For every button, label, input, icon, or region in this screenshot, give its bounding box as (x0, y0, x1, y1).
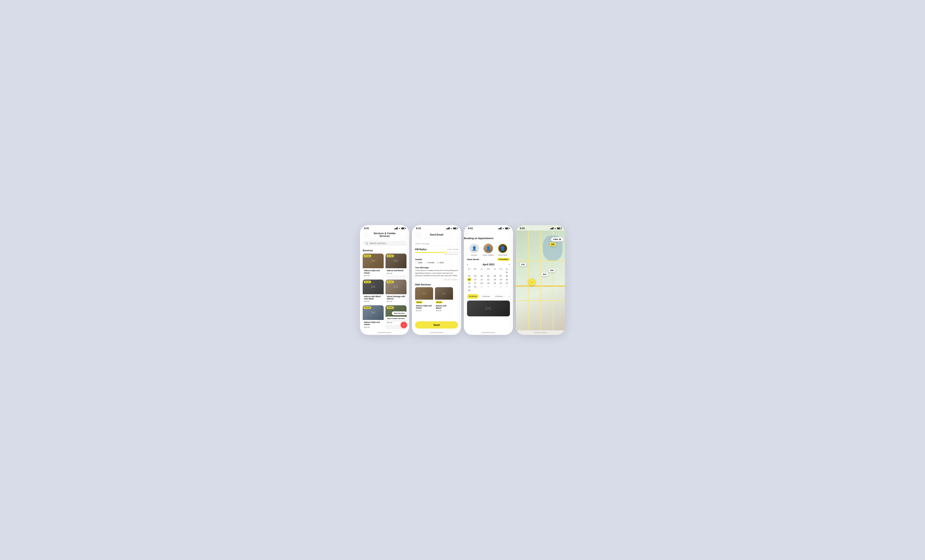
cal-prev-button[interactable]: ‹ (467, 263, 468, 266)
cal-cell-01[interactable]: 01 (504, 271, 510, 274)
cal-cell-02[interactable]: 02 (467, 274, 472, 278)
chevron-down-icon: › (457, 242, 458, 245)
select-message-label: Select message (415, 242, 429, 245)
back-button-3[interactable]: ← (464, 230, 469, 236)
service-card-2[interactable]: ✂ 30 min Haircut with Black Face Mask $1… (363, 280, 384, 304)
select-message-row[interactable]: Select message › (415, 241, 458, 246)
cal-next-button[interactable]: › (509, 263, 510, 266)
cal-cell-27[interactable]: 27 (492, 285, 498, 289)
back-button-1[interactable]: ← (363, 232, 369, 237)
wifi-icon-3: ▲ (502, 227, 504, 229)
time-slot-0[interactable]: 10:30 am (467, 294, 479, 299)
cal-cell-12[interactable]: 12 (485, 278, 492, 282)
cal-cell-28[interactable]: 28 (498, 285, 503, 289)
search-bar-1[interactable]: 🔍 (363, 241, 407, 246)
cal-cell-09[interactable]: 09 (467, 278, 472, 282)
new-service-label[interactable]: New Service (392, 312, 407, 315)
barber-avatar-kristin: 👤 (484, 244, 493, 253)
cal-cell[interactable] (472, 271, 479, 274)
time-slot-3[interactable]: 10:3... (506, 294, 510, 299)
service-card-3[interactable]: ✂ 30 min Ghost Package with Haircut $13.… (386, 280, 407, 304)
status-bar-4: 9:41 ▲ (516, 225, 565, 230)
new-combo-label[interactable]: New Combo Service (385, 316, 407, 321)
barber-avatar-anyone: 👤 (470, 244, 479, 253)
cal-grid: SU MO TU WE TH FR SA (467, 268, 510, 292)
cal-cell-23[interactable]: 23 (467, 285, 472, 289)
cal-cell-30[interactable]: 30 (467, 289, 472, 292)
cal-cell-22[interactable]: 22 (504, 282, 510, 285)
service-duration-1: 30 min (387, 255, 394, 257)
price-pin-15[interactable]: $15 (520, 263, 526, 266)
gender-both[interactable]: Both (437, 262, 444, 264)
add-service-0[interactable]: ✂ 30 min Haircut Style and Finish $13.00 (415, 287, 433, 312)
filter-button[interactable]: Filter ⊞ (551, 237, 563, 241)
service-name-4: Haircut Style and Finish (364, 321, 382, 326)
cal-cell-10[interactable]: 10 (472, 278, 479, 282)
service-card-4[interactable]: ✂ 30 min Haircut Style and Finish $13.00 (363, 305, 384, 329)
cal-cell-13[interactable]: 13 (492, 278, 498, 282)
gender-male[interactable]: Male (415, 262, 423, 264)
cal-cell-04[interactable]: 04 (479, 274, 485, 278)
fab-close-button[interactable]: × (401, 322, 407, 328)
add-service-duration-1: 30 min (435, 301, 443, 304)
cal-cell-25[interactable]: 25 (479, 285, 485, 289)
cal-cell-05[interactable]: 05 (485, 274, 492, 278)
cal-cell-15[interactable]: 15 (504, 278, 510, 282)
barber-item-cody[interactable]: 👤 Cody Fisher (498, 244, 508, 256)
service-price-0: $13.00 (364, 275, 382, 277)
cal-cell[interactable] (492, 271, 498, 274)
cal-week-1: 02 03 04 05 06 07 08 (467, 274, 510, 278)
message-section: Your Message Lorem Ipsum is simply dummy… (415, 265, 458, 282)
add-service-1[interactable]: ✂ 30 min Haircut and Beard $13.00 (435, 287, 453, 312)
cal-cell-11[interactable]: 11 (479, 278, 485, 282)
cal-cell-29[interactable]: 29 (504, 285, 510, 289)
cal-cell-21[interactable]: 21 (498, 282, 503, 285)
cal-cell-08[interactable]: 08 (504, 274, 510, 278)
barber-selection: 👤 Anyone 👤 Kristin Watson 👤 Cody Fisher (467, 244, 510, 256)
cal-cell-24[interactable]: 24 (472, 285, 479, 289)
cal-cell[interactable] (467, 271, 472, 274)
cal-cell-20[interactable]: 20 (492, 282, 498, 285)
add-service-price-1: $13.00 (436, 310, 452, 312)
cal-cell-16[interactable]: 16 (467, 282, 472, 285)
cal-cell-06[interactable]: 06 (492, 274, 498, 278)
month-selector[interactable]: Show Month › (467, 258, 496, 260)
star-pin[interactable]: ⭐ (528, 278, 535, 286)
barber-item-kristin[interactable]: 👤 Kristin Watson (483, 244, 494, 256)
gender-section: Gender Male Female Both (415, 257, 458, 265)
cal-cell-17[interactable]: 17 (472, 282, 479, 285)
price-pin-30[interactable]: $30 (548, 268, 555, 272)
gender-female[interactable]: Female (425, 262, 434, 264)
message-text[interactable]: Lorem Ipsum is simply dummy text of the … (415, 269, 458, 278)
cal-cell[interactable] (498, 271, 503, 274)
map-container[interactable]: $35 $15 $30 $10 ⭐ Filter ⊞ ✂ ★ 4 (516, 225, 565, 330)
km-slider[interactable] (415, 252, 458, 253)
cal-cell[interactable] (485, 271, 492, 274)
search-input-1[interactable] (369, 242, 404, 245)
cal-cell-18[interactable]: 18 (479, 282, 485, 285)
service-card-0[interactable]: ✂ 30 min Haircut Style and Finish $13.00 (363, 254, 384, 277)
nav-bar-3: ← Booking an Appointment (464, 230, 513, 240)
time-1: 9:41 (364, 227, 369, 230)
time-slot-2[interactable]: 10:30 am (493, 294, 505, 299)
promotion-badge[interactable]: Promotion (497, 258, 510, 261)
map-background: $35 $15 $30 $10 ⭐ Filter ⊞ (516, 230, 565, 330)
cody-icon: 👤 (499, 244, 507, 253)
price-pin-35[interactable]: $35 (550, 242, 556, 246)
service-card-1[interactable]: ✂ 30 min Haircut and Beard $13.00 (386, 254, 407, 277)
cal-cell-03[interactable]: 03 (472, 274, 479, 278)
cal-cell-07[interactable]: 07 (498, 274, 503, 278)
send-button[interactable]: Send (415, 321, 458, 328)
cal-cell[interactable] (479, 271, 485, 274)
barber-item-anyone[interactable]: 👤 Anyone (470, 244, 479, 256)
price-pin-10[interactable]: $10 (541, 272, 548, 276)
cal-cell-empty (472, 289, 479, 292)
nav-bar-2: ← Send Email (412, 230, 461, 239)
time-slot-1[interactable]: 10:30 am (480, 294, 492, 299)
service-duration-3: 30 min (387, 281, 394, 283)
cal-cell-14[interactable]: 14 (498, 278, 503, 282)
back-button-2[interactable]: ← (415, 232, 420, 237)
cal-cell-19[interactable]: 19 (485, 282, 492, 285)
barber-name-kristin: Kristin Watson (483, 254, 494, 256)
cal-cell-26[interactable]: 26 (485, 285, 492, 289)
